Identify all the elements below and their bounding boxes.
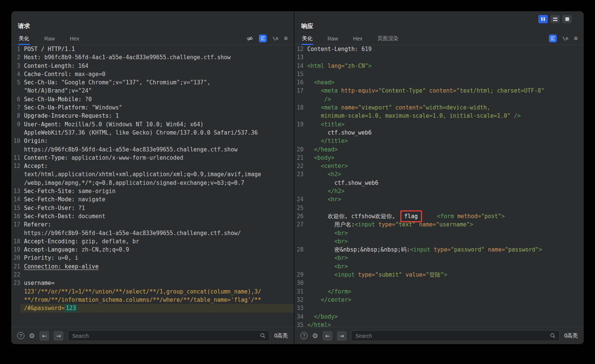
editor-row[interactable]: 26 欢迎你, ctfshow欢迎你, flag <form method="p… (294, 212, 584, 220)
response-tabbar: 美化RawHex页面渲染 \n ≡ (294, 32, 584, 45)
editor-row[interactable]: /> (294, 95, 584, 103)
editor-row[interactable]: 20 </head> (294, 145, 584, 154)
editor-row[interactable]: 14Sec-Fetch-Mode: navigate (11, 195, 294, 204)
editor-row[interactable]: /#&password=123 (11, 304, 294, 312)
editor-row[interactable]: 17Referer: (11, 220, 294, 229)
response-search-box (351, 330, 560, 341)
editor-row[interactable]: 32 </center> (294, 296, 584, 304)
tab-hex[interactable]: Hex (352, 32, 363, 45)
tab-render[interactable]: 页面渲染 (377, 32, 399, 45)
syntax-highlight-button[interactable] (259, 34, 267, 42)
settings-gear-icon[interactable]: ⚙ (29, 333, 35, 339)
editor-row[interactable]: https://b96fc8b9-56fd-4ac1-a55e-4ac833e9… (11, 229, 294, 237)
editor-row[interactable]: text/html,application/xhtml+xml,applicat… (11, 170, 294, 178)
editor-row[interactable]: /webp,image/apng,*/*;q=0.8,application/s… (11, 179, 294, 187)
editor-row[interactable]: 3Content-Length: 164 (11, 62, 294, 70)
editor-row[interactable]: 13Sec-Fetch-Site: same-origin (11, 187, 294, 195)
editor-row[interactable]: 18Accept-Encoding: gzip, deflate, br (11, 237, 294, 246)
editor-row[interactable]: 28 密&nbsp;&nbsp;&nbsp;码:<input type="pas… (294, 246, 584, 254)
layout-single-pane-button[interactable] (562, 15, 572, 23)
tab-raw[interactable]: Raw (327, 32, 339, 45)
code-line: </html> (304, 321, 584, 327)
layout-controls (538, 15, 572, 23)
editor-row[interactable]: 31 </form> (294, 288, 584, 296)
editor-row[interactable]: 34 </body> (294, 313, 584, 321)
search-input[interactable] (355, 333, 547, 339)
editor-row[interactable]: 2Host: b96fc8b9-56fd-4ac1-a55e-4ac833e99… (11, 53, 294, 61)
editor-row[interactable]: 19Accept-Language: zh-CN,zh;q=0.9 (11, 246, 294, 254)
editor-row[interactable]: 20Priority: u=0, i (11, 254, 294, 262)
newline-toggle[interactable]: \n (272, 36, 278, 41)
line-number (11, 179, 20, 187)
editor-row[interactable]: ctf.show_web6 (294, 129, 584, 137)
editor-row[interactable]: <br> (294, 237, 584, 246)
help-icon[interactable]: ? (301, 332, 308, 339)
editor-row[interactable]: **/from/**/information_schema.columns/**… (11, 296, 294, 304)
editor-row[interactable]: 15 (294, 70, 584, 78)
editor-row[interactable]: 12Accept: (11, 162, 294, 170)
next-match-button[interactable]: → (337, 331, 347, 341)
layout-split-columns-button[interactable] (538, 15, 548, 23)
editor-row[interactable]: 35</html> (294, 321, 584, 327)
editor-row[interactable]: 10Origin: (11, 137, 294, 145)
editor-row[interactable]: <br> (294, 262, 584, 271)
editor-row[interactable]: </title> (294, 137, 584, 145)
editor-row[interactable]: 16 <head> (294, 78, 584, 87)
menu-icon[interactable]: ≡ (574, 35, 578, 42)
editor-row[interactable]: 1POST / HTTP/1.1 (11, 45, 294, 53)
tab-beautify[interactable]: 美化 (18, 32, 30, 45)
menu-icon[interactable]: ≡ (284, 35, 288, 42)
editor-row[interactable]: https://b96fc8b9-56fd-4ac1-a55e-4ac833e9… (11, 145, 294, 154)
editor-row[interactable]: 27 用户名:<input type="text" name="username… (294, 220, 584, 229)
editor-row[interactable]: AppleWebKit/537.36 (KHTML, like Gecko) C… (11, 129, 294, 137)
editor-row[interactable]: 17 <meta http-equiv="Content-Type" conte… (294, 87, 584, 95)
editor-row[interactable]: 7Sec-Ch-Ua-Platform: "Windows" (11, 103, 294, 112)
editor-row[interactable]: 33 (294, 304, 584, 312)
next-match-button[interactable]: → (54, 331, 63, 341)
prev-match-button[interactable]: ← (39, 331, 49, 341)
editor-row[interactable]: 14<html lang="zh-CN"> (294, 62, 584, 70)
editor-row[interactable]: 21 <body> (294, 154, 584, 162)
editor-row[interactable]: 123'/**/or/**/1=1/**/union/**/select/**/… (11, 288, 294, 296)
editor-row[interactable]: "Not/A)Brand";v="24" (11, 87, 294, 95)
request-editor[interactable]: 1POST / HTTP/1.12Host: b96fc8b9-56fd-4ac… (11, 45, 294, 327)
editor-row[interactable]: 21Connection: keep-alive (11, 262, 294, 271)
editor-row[interactable]: ctf.show_web6 (294, 179, 584, 187)
layout-split-rows-button[interactable] (550, 15, 560, 23)
editor-row[interactable]: minimum-scale=1.0, maximum-scale=1.0, in… (294, 112, 584, 120)
search-input[interactable] (72, 333, 257, 339)
tab-raw[interactable]: Raw (44, 32, 56, 45)
editor-row[interactable]: 18 <meta name="viewport" content="width=… (294, 103, 584, 112)
editor-row[interactable]: 6Sec-Ch-Ua-Mobile: ?0 (11, 95, 294, 103)
help-icon[interactable]: ? (17, 332, 24, 339)
editor-row[interactable]: 23 <h2> (294, 170, 584, 178)
editor-row[interactable]: 11Content-Type: application/x-www-form-u… (11, 154, 294, 162)
editor-row[interactable]: <br> (294, 229, 584, 237)
editor-row[interactable]: </h2> (294, 187, 584, 195)
editor-row[interactable]: 15Sec-Fetch-User: ?1 (11, 204, 294, 212)
editor-row[interactable]: 5Sec-Ch-Ua: "Google Chrome";v="137", "Ch… (11, 78, 294, 87)
eye-off-icon[interactable] (246, 36, 253, 42)
editor-row[interactable]: <br> (294, 254, 584, 262)
settings-gear-icon[interactable]: ⚙ (312, 333, 318, 339)
syntax-highlight-button[interactable] (549, 34, 557, 42)
editor-row[interactable]: 12Content-Length: 619 (294, 45, 584, 53)
tab-hex[interactable]: Hex (69, 32, 80, 45)
prev-match-button[interactable]: ← (323, 331, 332, 341)
editor-row[interactable]: 25 (294, 204, 584, 212)
editor-row[interactable]: 29 <input type="submit" value="登陆"> (294, 271, 584, 279)
response-editor[interactable]: 12Content-Length: 6191314<html lang="zh-… (294, 45, 584, 327)
editor-row[interactable]: 8Upgrade-Insecure-Requests: 1 (11, 112, 294, 120)
editor-row[interactable]: 22 <center> (294, 162, 584, 170)
editor-row[interactable]: 23username= (11, 279, 294, 287)
editor-row[interactable]: 4Cache-Control: max-age=0 (11, 70, 294, 78)
editor-row[interactable]: 24 <hr> (294, 195, 584, 204)
editor-row[interactable]: 22 (11, 271, 294, 279)
tab-beautify[interactable]: 美化 (301, 32, 313, 45)
newline-toggle[interactable]: \n (562, 36, 568, 41)
editor-row[interactable]: 30 (294, 279, 584, 287)
editor-row[interactable]: 19 <title> (294, 120, 584, 129)
editor-row[interactable]: 9User-Agent: Mozilla/5.0 (Windows NT 10.… (11, 120, 294, 129)
editor-row[interactable]: 13 (294, 53, 584, 61)
editor-row[interactable]: 16Sec-Fetch-Dest: document (11, 212, 294, 220)
